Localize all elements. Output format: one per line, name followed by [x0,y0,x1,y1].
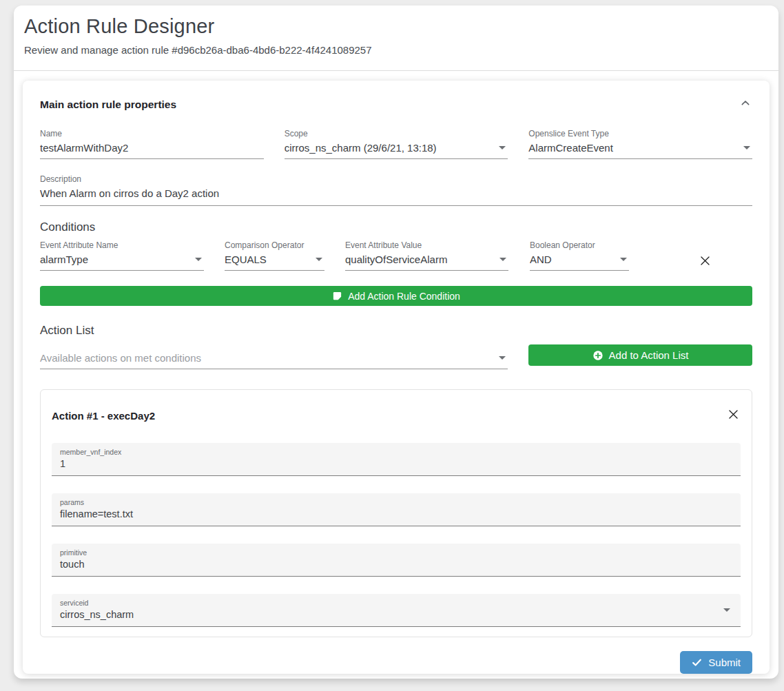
collapse-panel-button[interactable] [739,98,752,112]
event-attribute-value-value: qualityOfServiceAlarm [345,254,508,265]
add-circle-icon [592,350,604,361]
params-value: filename=test.txt [60,508,732,519]
close-icon [699,254,712,270]
check-icon [692,657,702,668]
chevron-down-icon [316,258,322,261]
description-label: Description [40,174,752,184]
primitive-field[interactable]: primitive touch [52,544,741,577]
scope-select[interactable]: Scope cirros_ns_charm (29/6/21, 13:18) [285,129,508,159]
submit-button[interactable]: Submit [680,651,752,674]
add-to-action-list-button[interactable]: Add to Action List [528,344,752,366]
comparison-operator-value: EQUALS [225,254,324,265]
chevron-down-icon [499,356,506,360]
conditions-heading: Conditions [40,220,752,234]
boolean-operator-value: AND [530,254,629,265]
action-rule-form-card: Main action rule properties Name testAla… [23,81,770,674]
primitive-label: primitive [60,548,732,557]
member-vnf-index-label: member_vnf_index [60,448,732,456]
comparison-operator-label: Comparison Operator [225,240,324,250]
chevron-down-icon [723,608,730,612]
description-value: When Alarm on cirros do a Day2 action [40,187,752,199]
serviceid-label: serviceid [60,599,732,607]
event-attribute-name-value: alarmType [40,254,204,265]
content-panel: Action Rule Designer Review and manage a… [14,6,778,679]
event-attribute-value-label: Event Attribute Value [345,240,508,250]
action-list-heading: Action List [40,324,752,338]
available-actions-select[interactable]: Available actions on met conditions [40,349,508,369]
chevron-down-icon [499,146,506,149]
event-attribute-value-select[interactable]: Event Attribute Value qualityOfServiceAl… [345,240,508,271]
add-condition-button[interactable]: Add Action Rule Condition [40,286,752,306]
event-type-label: Openslice Event Type [528,129,752,138]
chevron-down-icon [195,258,202,261]
params-label: params [60,498,732,506]
action-list-row: Available actions on met conditions Add … [40,344,752,369]
remove-condition-button[interactable] [697,254,712,269]
main-properties-heading: Main action rule properties [40,99,176,111]
comparison-operator-select[interactable]: Comparison Operator EQUALS [225,240,324,271]
name-label: Name [40,129,264,138]
action-card: Action #1 - execDay2 member_vnf_index 1 … [40,389,752,637]
serviceid-value: cirros_ns_charm [60,609,732,620]
note-add-icon [332,291,342,301]
boolean-operator-select[interactable]: Boolean Operator AND [530,240,629,271]
add-to-action-list-label: Add to Action List [609,349,689,361]
condition-row: Event Attribute Name alarmType Compariso… [40,240,752,271]
close-icon [727,408,740,424]
event-type-value: AlarmCreateEvent [528,142,752,154]
page-title: Action Rule Designer [24,15,768,38]
primitive-value: touch [60,559,732,570]
scope-label: Scope [285,129,508,138]
add-condition-button-label: Add Action Rule Condition [348,291,460,302]
submit-button-label: Submit [708,657,741,668]
description-field[interactable]: Description When Alarm on cirros do a Da… [40,174,752,206]
chevron-down-icon [743,146,750,149]
scope-value: cirros_ns_charm (29/6/21, 13:18) [285,142,508,154]
action-card-title: Action #1 - execDay2 [52,410,155,422]
chevron-down-icon [620,258,627,261]
name-value: testAlarmWithDay2 [40,142,264,154]
page-subtitle: Review and manage action rule #d96cb26a-… [24,44,768,56]
boolean-operator-label: Boolean Operator [530,240,629,250]
available-actions-placeholder: Available actions on met conditions [40,352,508,364]
member-vnf-index-field[interactable]: member_vnf_index 1 [52,443,741,476]
remove-action-button[interactable] [725,408,741,423]
event-type-select[interactable]: Openslice Event Type AlarmCreateEvent [528,129,752,159]
event-attribute-name-label: Event Attribute Name [40,240,204,250]
member-vnf-index-value: 1 [60,458,732,469]
params-field[interactable]: params filename=test.txt [52,493,741,526]
serviceid-select[interactable]: serviceid cirros_ns_charm [52,594,741,627]
event-attribute-name-select[interactable]: Event Attribute Name alarmType [40,240,204,271]
name-field[interactable]: Name testAlarmWithDay2 [40,129,264,159]
page-header: Action Rule Designer Review and manage a… [14,6,778,71]
chevron-up-icon [740,98,751,112]
chevron-down-icon [499,258,506,261]
